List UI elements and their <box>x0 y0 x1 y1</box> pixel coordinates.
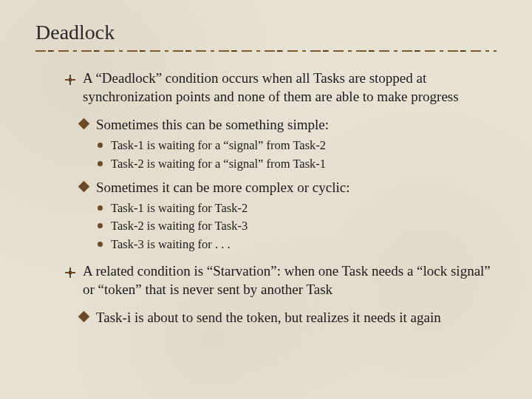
bullet-level3: Task-2 is waiting for Task-3 <box>98 218 497 233</box>
list-item: A “Deadlock” condition occurs when all T… <box>65 69 497 252</box>
dot-icon <box>98 143 103 148</box>
bullet-text: Sometimes it can be more complex or cycl… <box>96 180 349 195</box>
title-divider <box>35 49 497 53</box>
bullet-text: Task-i is about to send the token, but r… <box>96 310 441 325</box>
bullet-text: A related condition is “Starvation”: whe… <box>83 263 491 297</box>
dot-icon <box>98 223 103 228</box>
page-title: Deadlock <box>35 21 497 44</box>
bullet-text: Sometimes this can be something simple: <box>96 117 329 132</box>
slide: Deadlock A “Deadlock” condition occurs w… <box>0 0 532 352</box>
bullet-text: Task-1 is waiting for Task-2 <box>111 201 248 215</box>
bullet-level2: Sometimes it can be more complex or cycl… <box>80 179 497 197</box>
bullet-level3: Task-1 is waiting for a “signal” from Ta… <box>98 137 497 153</box>
diamond-icon <box>78 118 90 130</box>
dot-icon <box>98 205 103 211</box>
diamond-icon <box>78 311 90 323</box>
bullet-level2: Sometimes this can be something simple: <box>80 116 497 134</box>
bullet-text: Task-1 is waiting for a “signal” from Ta… <box>111 138 326 152</box>
content-body: A “Deadlock” condition occurs when all T… <box>65 69 497 327</box>
bullet-level1: A related condition is “Starvation”: whe… <box>65 262 497 299</box>
bullet-text: Task-2 is waiting for a “signal” from Ta… <box>111 157 326 171</box>
cross-icon <box>65 265 75 275</box>
bullet-level2: Task-i is about to send the token, but r… <box>80 309 497 327</box>
list-item: A related condition is “Starvation”: whe… <box>65 262 497 327</box>
bullet-text: Task-3 is waiting for . . . <box>111 237 231 251</box>
dot-icon <box>98 161 103 166</box>
bullet-text: Task-2 is waiting for Task-3 <box>111 219 248 233</box>
bullet-level3: Task-2 is waiting for a “signal” from Ta… <box>98 156 497 171</box>
bullet-level3: Task-1 is waiting for Task-2 <box>98 200 497 216</box>
dot-icon <box>98 242 103 247</box>
cross-icon <box>65 72 75 82</box>
bullet-level1: A “Deadlock” condition occurs when all T… <box>65 69 497 106</box>
diamond-icon <box>78 181 90 193</box>
bullet-text: A “Deadlock” condition occurs when all T… <box>83 70 459 104</box>
bullet-level3: Task-3 is waiting for . . . <box>98 236 497 252</box>
